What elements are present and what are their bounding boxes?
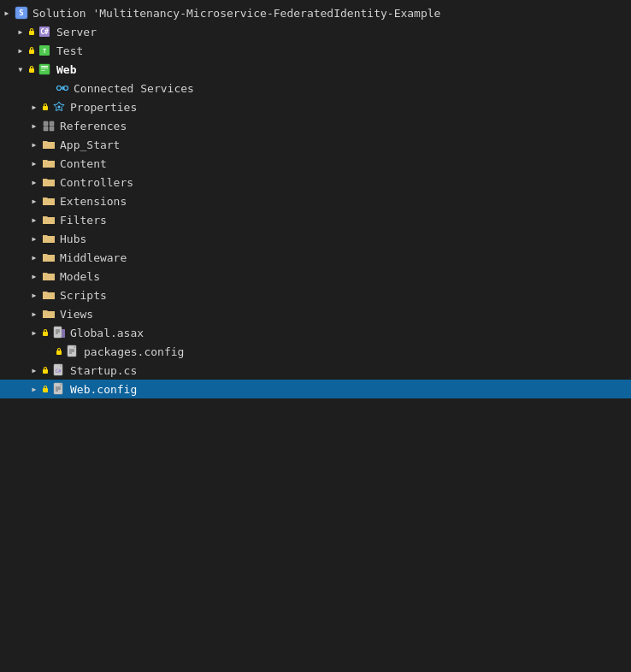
tree-item-label-server: Server — [56, 26, 624, 38]
folder-icon — [41, 306, 56, 321]
tree-item-label-connected-services: Connected Services — [74, 82, 624, 95]
tree-item-solution[interactable]: S Solution 'Multitenancy-Microservice-Fe… — [0, 3, 631, 22]
folder-icon — [41, 174, 56, 190]
tree-item-web[interactable]: Web — [0, 60, 631, 79]
tree-item-middleware[interactable]: Middleware — [0, 248, 631, 267]
folder-icon — [41, 287, 56, 303]
chevron-collapsed-icon[interactable] — [0, 6, 14, 20]
chevron-collapsed-icon[interactable] — [27, 251, 41, 264]
tree-item-scripts[interactable]: Scripts — [0, 286, 631, 304]
chevron-collapsed-icon[interactable] — [27, 269, 41, 283]
tree-item-models[interactable]: Models — [0, 267, 631, 286]
lock-icon — [41, 385, 50, 393]
lock-icon — [27, 46, 36, 55]
folder-icon — [41, 250, 56, 265]
svg-rect-12 — [41, 70, 45, 71]
svg-rect-5 — [29, 50, 34, 54]
tree-item-views[interactable]: Views — [0, 304, 631, 323]
tree-item-references[interactable]: References — [0, 116, 631, 135]
tree-item-label-middleware: Middleware — [60, 251, 624, 264]
tree-item-label-test: Test — [56, 44, 624, 57]
tree-item-connected-services[interactable]: Connected Services — [0, 79, 631, 97]
svg-rect-8 — [29, 68, 34, 73]
csharp-file-icon: C# — [51, 363, 67, 378]
svg-rect-22 — [43, 332, 48, 336]
lock-icon — [27, 27, 36, 36]
chevron-collapsed-icon[interactable] — [27, 156, 41, 170]
lock-icon — [41, 366, 50, 374]
chevron-collapsed-icon[interactable] — [27, 100, 41, 114]
test-icon: T — [38, 43, 53, 58]
file-config2-icon — [51, 381, 67, 397]
tree-item-controllers[interactable]: Controllers — [0, 173, 631, 192]
tree-item-extensions[interactable]: Extensions — [0, 192, 631, 210]
tree-item-startup-cs[interactable]: C# Startup.cs — [0, 361, 631, 380]
svg-rect-31 — [74, 345, 76, 348]
chevron-collapsed-icon[interactable] — [27, 307, 41, 321]
tree-item-server[interactable]: C# Server — [0, 22, 631, 41]
tree-item-label-hubs: Hubs — [60, 233, 624, 245]
folder-icon — [41, 231, 56, 246]
tree-item-properties[interactable]: Properties — [0, 97, 631, 116]
connected-icon — [55, 80, 70, 96]
folder-icon — [41, 193, 56, 209]
svg-point-17 — [58, 106, 61, 109]
file-config2-icon — [65, 344, 80, 359]
folder-icon — [41, 156, 56, 171]
chevron-collapsed-icon[interactable] — [27, 382, 41, 396]
svg-rect-35 — [43, 369, 48, 374]
tree-item-app-start[interactable]: App_Start — [0, 135, 631, 154]
svg-rect-18 — [44, 121, 48, 126]
tree-item-label-views: Views — [60, 308, 624, 321]
tree-item-label-content: Content — [60, 157, 624, 170]
properties-icon — [51, 99, 67, 115]
chevron-collapsed-icon[interactable] — [27, 326, 41, 339]
tree-item-label-models: Models — [60, 270, 624, 283]
tree-item-hubs[interactable]: Hubs — [0, 229, 631, 248]
chevron-collapsed-icon[interactable] — [27, 363, 41, 377]
solution-icon: S — [14, 5, 29, 21]
chevron-collapsed-icon[interactable] — [27, 288, 41, 302]
chevron-collapsed-icon[interactable] — [27, 119, 41, 133]
svg-rect-20 — [44, 127, 48, 131]
folder-icon — [41, 137, 56, 152]
svg-rect-2 — [29, 31, 34, 35]
chevron-expanded-icon[interactable] — [14, 62, 27, 76]
svg-rect-21 — [50, 127, 54, 131]
tree-item-label-solution: Solution 'Multitenancy-Microservice-Fede… — [32, 7, 624, 20]
tree-item-label-controllers: Controllers — [60, 176, 624, 189]
svg-text:C#: C# — [40, 28, 49, 36]
tree-item-content[interactable]: Content — [0, 154, 631, 173]
chevron-collapsed-icon[interactable] — [14, 25, 27, 38]
chevron-collapsed-icon[interactable] — [27, 213, 41, 227]
tree-item-global-asax[interactable]: Global.asax — [0, 323, 631, 342]
chevron-collapsed-icon[interactable] — [27, 194, 41, 208]
folder-icon — [41, 212, 56, 227]
tree-item-label-packages-config: packages.config — [84, 345, 624, 358]
svg-rect-16 — [43, 106, 48, 110]
chevron-collapsed-icon[interactable] — [27, 175, 41, 189]
svg-text:T: T — [43, 48, 46, 55]
references-icon — [41, 118, 56, 133]
tree-item-label-scripts: Scripts — [60, 289, 624, 302]
svg-rect-11 — [41, 68, 48, 69]
solution-explorer: S Solution 'Multitenancy-Microservice-Fe… — [0, 0, 631, 402]
svg-rect-10 — [41, 66, 48, 68]
chevron-collapsed-icon[interactable] — [14, 44, 27, 57]
chevron-collapsed-icon[interactable] — [27, 232, 41, 245]
lock-icon — [41, 328, 50, 337]
tree-item-test[interactable]: T Test — [0, 41, 631, 60]
tree-item-packages-config[interactable]: packages.config — [0, 342, 631, 361]
tree-item-filters[interactable]: Filters — [0, 210, 631, 229]
folder-icon — [41, 268, 56, 284]
svg-rect-42 — [60, 383, 62, 386]
tree-item-label-web-config: Web.config — [70, 383, 624, 396]
svg-text:C#: C# — [55, 368, 62, 374]
chevron-collapsed-icon[interactable] — [27, 138, 41, 151]
csharp-icon: C# — [38, 24, 53, 39]
lock-icon — [55, 347, 63, 356]
tree-item-label-references: References — [60, 120, 624, 133]
tree-item-web-config[interactable]: Web.config — [0, 380, 631, 398]
file-config-icon — [51, 325, 67, 340]
tree-item-label-properties: Properties — [70, 101, 624, 114]
